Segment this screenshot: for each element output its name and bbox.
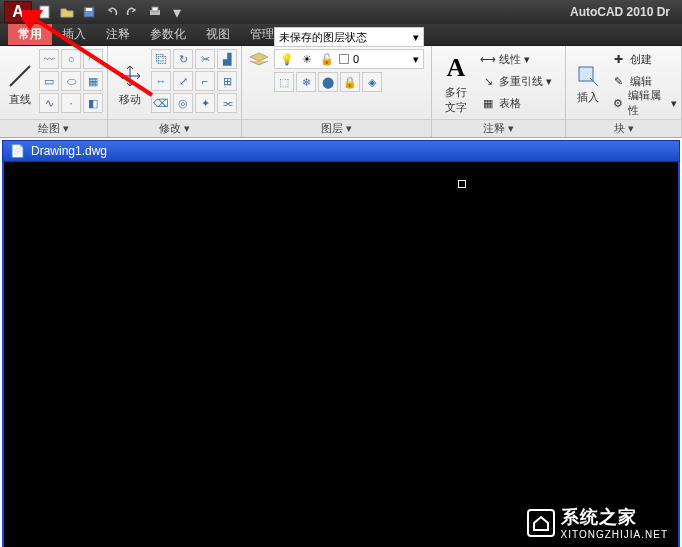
layer-isolate-icon[interactable]: ⬚ <box>274 72 294 92</box>
trim-icon[interactable]: ✂ <box>195 49 215 69</box>
insert-block-button[interactable]: 插入 <box>570 49 607 119</box>
panel-draw-title[interactable]: 绘图 ▾ <box>0 119 107 137</box>
svg-rect-0 <box>40 6 49 18</box>
tab-home[interactable]: 常用 <box>8 24 52 45</box>
offset-icon[interactable]: ◎ <box>173 93 193 113</box>
qat-undo-icon[interactable] <box>100 2 122 22</box>
mirror-icon[interactable]: ▟ <box>217 49 237 69</box>
edit-icon: ✎ <box>611 73 627 89</box>
create-block-button[interactable]: ✚ 创建 <box>611 49 677 69</box>
fillet-icon[interactable]: ⌐ <box>195 71 215 91</box>
layer-state-dropdown[interactable]: 未保存的图层状态 ▾ <box>274 27 424 47</box>
chevron-down-icon: ▾ <box>413 31 419 44</box>
mtext-button[interactable]: A 多行 文字 <box>436 49 476 119</box>
arc-icon[interactable]: ◠ <box>83 49 103 69</box>
create-icon: ✚ <box>611 51 627 67</box>
rotate-icon[interactable]: ↻ <box>173 49 193 69</box>
dimension-icon: ⟷ <box>480 51 496 67</box>
quick-access-toolbar: A ▾ AutoCAD 2010 Dr <box>0 0 682 24</box>
application-menu-button[interactable]: A <box>4 1 32 23</box>
svg-line-5 <box>10 66 30 86</box>
rectangle-icon[interactable]: ▭ <box>39 71 59 91</box>
color-swatch-icon <box>339 54 349 64</box>
tab-parametric[interactable]: 参数化 <box>140 24 196 45</box>
panel-block-title[interactable]: 块 ▾ <box>566 119 681 137</box>
table-button[interactable]: ▦ 表格 <box>480 93 552 113</box>
panel-layers-title[interactable]: 图层 ▾ <box>242 119 431 137</box>
move-button[interactable]: 移动 <box>112 49 147 119</box>
qat-new-icon[interactable] <box>34 2 56 22</box>
watermark-logo-icon <box>527 509 555 537</box>
panel-draw: 直线 〰 ○ ◠ ▭ ⬭ ▦ ∿ · ◧ 绘图 ▾ <box>0 46 108 137</box>
array-icon[interactable]: ⊞ <box>217 71 237 91</box>
panel-annotate-title[interactable]: 注释 ▾ <box>432 119 565 137</box>
panel-annotate: A 多行 文字 ⟷ 线性 ▾ ↘ 多重引线 ▾ ▦ 表格 注释 ▾ <box>432 46 566 137</box>
explode-icon[interactable]: ✦ <box>195 93 215 113</box>
tab-annotate[interactable]: 注释 <box>96 24 140 45</box>
layer-lock-icon[interactable]: 🔒 <box>340 72 360 92</box>
tab-insert[interactable]: 插入 <box>52 24 96 45</box>
qat-dropdown-icon[interactable]: ▾ <box>166 2 188 22</box>
document-titlebar[interactable]: 📄 Drawing1.dwg <box>2 140 680 162</box>
qat-redo-icon[interactable] <box>122 2 144 22</box>
chevron-down-icon: ▾ <box>508 122 514 135</box>
layer-match-icon[interactable]: ◈ <box>362 72 382 92</box>
line-icon <box>6 62 34 90</box>
draw-tools-grid: 〰 ○ ◠ ▭ ⬭ ▦ ∿ · ◧ <box>39 49 103 119</box>
svg-rect-4 <box>152 7 158 11</box>
point-icon[interactable]: · <box>61 93 81 113</box>
circle-icon[interactable]: ○ <box>61 49 81 69</box>
stretch-icon[interactable]: ↔ <box>151 71 171 91</box>
panel-layers: 未保存的图层状态 ▾ 💡 ☀ 🔓 0 ▾ ⬚ ❄ ⬤ <box>242 46 432 137</box>
app-logo-letter: A <box>12 3 24 21</box>
move-icon <box>116 62 144 90</box>
ellipse-icon[interactable]: ⬭ <box>61 71 81 91</box>
table-icon: ▦ <box>480 95 496 111</box>
panel-block: 插入 ✚ 创建 ✎ 编辑 ⚙ 编辑属性 ▾ 块 ▾ <box>566 46 682 137</box>
modify-tools-grid: ⿻ ↻ ✂ ▟ ↔ ⤢ ⌐ ⊞ ⌫ ◎ ✦ ⫘ <box>151 49 237 119</box>
dwg-file-icon: 📄 <box>9 143 25 159</box>
drawing-canvas[interactable]: 系统之家 XITONGZHIJIA.NET <box>2 162 680 547</box>
join-icon[interactable]: ⫘ <box>217 93 237 113</box>
chevron-down-icon: ▾ <box>63 122 69 135</box>
leader-icon: ↘ <box>480 73 496 89</box>
qat-print-icon[interactable] <box>144 2 166 22</box>
current-layer-dropdown[interactable]: 💡 ☀ 🔓 0 ▾ <box>274 49 424 69</box>
app-title: AutoCAD 2010 Dr <box>570 5 678 19</box>
chevron-down-icon: ▾ <box>628 122 634 135</box>
watermark: 系统之家 XITONGZHIJIA.NET <box>527 505 669 540</box>
spline-icon[interactable]: ∿ <box>39 93 59 113</box>
multileader-button[interactable]: ↘ 多重引线 ▾ <box>480 71 552 91</box>
chevron-down-icon: ▾ <box>184 122 190 135</box>
panel-modify: 移动 ⿻ ↻ ✂ ▟ ↔ ⤢ ⌐ ⊞ ⌫ ◎ ✦ ⫘ 修改 ▾ <box>108 46 242 137</box>
linear-dimension-button[interactable]: ⟷ 线性 ▾ <box>480 49 552 69</box>
edit-attributes-button[interactable]: ⚙ 编辑属性 ▾ <box>611 93 677 113</box>
lock-icon: 🔓 <box>319 51 335 67</box>
lightbulb-icon: 💡 <box>279 51 295 67</box>
line-button[interactable]: 直线 <box>4 49 35 119</box>
chevron-down-icon: ▾ <box>413 53 419 66</box>
polyline-icon[interactable]: 〰 <box>39 49 59 69</box>
copy-icon[interactable]: ⿻ <box>151 49 171 69</box>
layer-properties-button[interactable] <box>246 28 272 92</box>
panel-modify-title[interactable]: 修改 ▾ <box>108 119 241 137</box>
tab-view[interactable]: 视图 <box>196 24 240 45</box>
layer-off-icon[interactable]: ⬤ <box>318 72 338 92</box>
crosshair-pickbox <box>458 180 466 188</box>
chevron-down-icon: ▾ <box>346 122 352 135</box>
document-area: 📄 Drawing1.dwg 系统之家 XITONGZHIJIA.NET <box>0 138 682 547</box>
svg-rect-2 <box>86 8 92 11</box>
hatch-icon[interactable]: ▦ <box>83 71 103 91</box>
insert-block-icon <box>576 64 600 88</box>
layers-icon <box>248 49 270 71</box>
erase-icon[interactable]: ⌫ <box>151 93 171 113</box>
scale-icon[interactable]: ⤢ <box>173 71 193 91</box>
layer-freeze-icon[interactable]: ❄ <box>296 72 316 92</box>
text-icon: A <box>447 53 466 83</box>
qat-open-icon[interactable] <box>56 2 78 22</box>
sun-icon: ☀ <box>299 51 315 67</box>
attributes-icon: ⚙ <box>611 95 625 111</box>
ribbon: 直线 〰 ○ ◠ ▭ ⬭ ▦ ∿ · ◧ 绘图 ▾ 移动 ⿻ <box>0 46 682 138</box>
qat-save-icon[interactable] <box>78 2 100 22</box>
region-icon[interactable]: ◧ <box>83 93 103 113</box>
